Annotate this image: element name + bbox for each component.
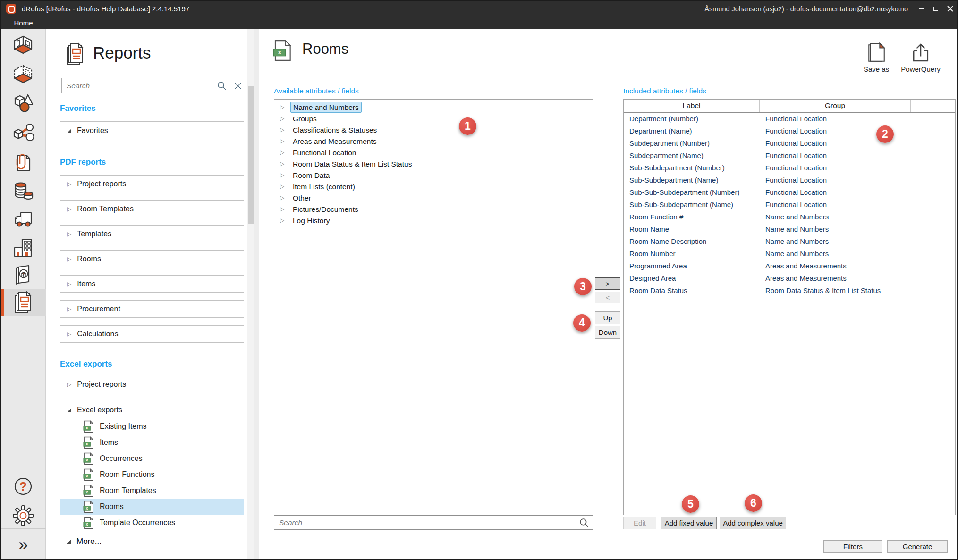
excel-item-project-reports[interactable]: ▷ Project reports	[60, 376, 244, 393]
excel-child-room-functions[interactable]: x Room Functions	[60, 467, 244, 483]
systems-icon	[12, 264, 34, 286]
minimize-button[interactable]	[915, 1, 929, 17]
pdf-item-rooms[interactable]: ▷ Rooms	[60, 250, 244, 267]
svg-text:?: ?	[19, 479, 27, 493]
tree-item-item-lists[interactable]: ▷ Item Lists (content)	[274, 181, 593, 192]
tree-item-log-history[interactable]: ▷ Log History	[274, 215, 593, 226]
nav-reports-button[interactable]	[8, 291, 39, 314]
table-row[interactable]: Designed Area Areas and Measurements	[624, 272, 955, 284]
table-row[interactable]: Sub-Subdepartment (Number) Functional Lo…	[624, 162, 955, 174]
nav-occurrences-button[interactable]	[8, 122, 39, 145]
save-as-button[interactable]: Save as	[853, 42, 900, 73]
column-header-group[interactable]: Group	[760, 100, 911, 112]
chevron-right-icon: ▷	[280, 184, 287, 189]
expand-sidebar-button[interactable]: »	[8, 533, 39, 557]
more-item[interactable]: More...	[67, 537, 102, 546]
settings-icon	[12, 504, 34, 527]
table-row[interactable]: Room Function # Name and Numbers	[624, 211, 955, 223]
move-up-button[interactable]: Up	[595, 311, 620, 324]
nav-room-templates-button[interactable]	[8, 63, 39, 86]
menu-home-tab[interactable]: Home	[1, 17, 46, 29]
nav-rooms-button[interactable]	[8, 33, 39, 57]
column-header-empty[interactable]	[911, 100, 955, 112]
attributes-search-input[interactable]	[279, 516, 566, 529]
chevron-right-icon: ▷	[280, 138, 287, 144]
tree-item-name-and-numbers[interactable]: ▷ Name and Numbers	[274, 101, 593, 113]
tree-item-other[interactable]: ▷ Other	[274, 192, 593, 203]
tree-item-groups[interactable]: ▷ Groups	[274, 113, 593, 124]
table-row[interactable]: Sub-Sub-Subdepartment (Number) Functiona…	[624, 186, 955, 199]
excel-exports-heading: Excel exports	[60, 359, 112, 369]
chevron-right-icon: ▷	[67, 382, 71, 387]
help-icon: ?	[12, 475, 34, 498]
column-header-label[interactable]: Label	[624, 100, 760, 112]
search-icon[interactable]	[579, 518, 589, 528]
table-row[interactable]: Sub-Subdepartment (Name) Functional Loca…	[624, 174, 955, 186]
nav-procurement-button[interactable]	[8, 208, 39, 231]
excel-child-existing-items[interactable]: x Existing Items	[60, 418, 244, 435]
powerquery-icon	[912, 42, 929, 63]
add-fixed-value-button[interactable]: Add fixed value	[661, 517, 717, 529]
excel-child-template-occurrences[interactable]: x Template Occurrences	[60, 515, 244, 531]
pdf-item-procurement[interactable]: ▷ Procurement	[60, 300, 244, 318]
nav-systems-button[interactable]	[8, 263, 39, 287]
close-button[interactable]	[943, 1, 957, 17]
reports-search-input[interactable]	[67, 78, 206, 93]
maximize-button[interactable]	[929, 1, 943, 17]
excel-child-rooms-selected[interactable]: x Rooms	[60, 499, 244, 515]
pdf-item-room-templates[interactable]: ▷ Room Templates	[60, 200, 244, 217]
clear-search-icon[interactable]	[233, 81, 243, 91]
excel-exports-group-header[interactable]: Excel exports	[60, 401, 244, 418]
tree-item-room-data-status[interactable]: ▷ Room Data Status & Item List Status	[274, 158, 593, 169]
chevron-right-icon: ▷	[280, 217, 287, 223]
table-row[interactable]: Room Number Name and Numbers	[624, 248, 955, 260]
tree-item-pictures-documents[interactable]: ▷ Pictures/Documents	[274, 203, 593, 215]
pdf-item-items[interactable]: ▷ Items	[60, 275, 244, 293]
table-row[interactable]: Programmed Area Areas and Measurements	[624, 260, 955, 272]
tree-item-room-data[interactable]: ▷ Room Data	[274, 169, 593, 181]
pdf-item-project-reports[interactable]: ▷ Project reports	[60, 175, 244, 192]
included-attributes-table: Label Group Department (Number) Function…	[623, 99, 956, 515]
excel-child-items[interactable]: x Items	[60, 435, 244, 451]
edit-button[interactable]: Edit	[623, 517, 656, 529]
move-down-button[interactable]: Down	[595, 326, 620, 339]
table-row[interactable]: Subdepartment (Name) Functional Location	[624, 150, 955, 162]
search-icon[interactable]	[217, 81, 227, 91]
favorites-group[interactable]: Favorites	[60, 121, 244, 140]
settings-button[interactable]	[8, 504, 39, 527]
nav-buildings-button[interactable]	[8, 236, 39, 259]
table-row[interactable]: Subdepartment (Number) Functional Locati…	[624, 137, 955, 150]
tree-item-functional-location[interactable]: ▷ Functional Location	[274, 147, 593, 158]
filters-button[interactable]: Filters	[823, 540, 882, 553]
help-button[interactable]: ?	[8, 475, 39, 498]
move-left-button[interactable]: <	[595, 292, 620, 303]
panel-scrollbar[interactable]	[247, 29, 254, 560]
rooms-report-icon: x	[273, 39, 292, 62]
generate-button[interactable]: Generate	[887, 540, 948, 553]
nav-sidebar: ? »	[1, 29, 46, 560]
excel-file-icon: x	[83, 420, 94, 433]
table-row[interactable]: Room Name Name and Numbers	[624, 223, 955, 235]
excel-child-room-templates[interactable]: x Room Templates	[60, 483, 244, 499]
add-complex-value-button[interactable]: Add complex value	[720, 517, 786, 529]
pdf-item-calculations[interactable]: ▷ Calculations	[60, 325, 244, 343]
excel-child-occurrences[interactable]: x Occurrences	[60, 451, 244, 467]
chevron-expanded-icon	[67, 540, 71, 544]
nav-items-button[interactable]	[8, 91, 39, 115]
move-right-button[interactable]: >	[595, 277, 620, 290]
table-row[interactable]: Room Name Description Name and Numbers	[624, 235, 955, 248]
chevron-right-icon: ▷	[67, 181, 71, 187]
chevron-right-icon: ▷	[280, 172, 287, 178]
scrollbar-thumb[interactable]	[248, 86, 254, 224]
nav-documents-button[interactable]	[8, 151, 39, 175]
table-row[interactable]: Department (Number) Functional Location	[624, 113, 955, 125]
sidebar-divider	[1, 528, 46, 529]
nav-finance-button[interactable]	[8, 180, 39, 203]
pdf-item-templates[interactable]: ▷ Templates	[60, 225, 244, 242]
tree-item-classifications[interactable]: ▷ Classifications & Statuses	[274, 124, 593, 135]
table-row[interactable]: Sub-Sub-Subdepartment (Name) Functional …	[624, 199, 955, 211]
table-row[interactable]: Department (Name) Functional Location	[624, 125, 955, 137]
table-row[interactable]: Room Data Status Room Data Status & Item…	[624, 284, 955, 297]
tree-item-areas[interactable]: ▷ Areas and Measurements	[274, 135, 593, 147]
powerquery-button[interactable]: PowerQuery	[897, 42, 944, 73]
